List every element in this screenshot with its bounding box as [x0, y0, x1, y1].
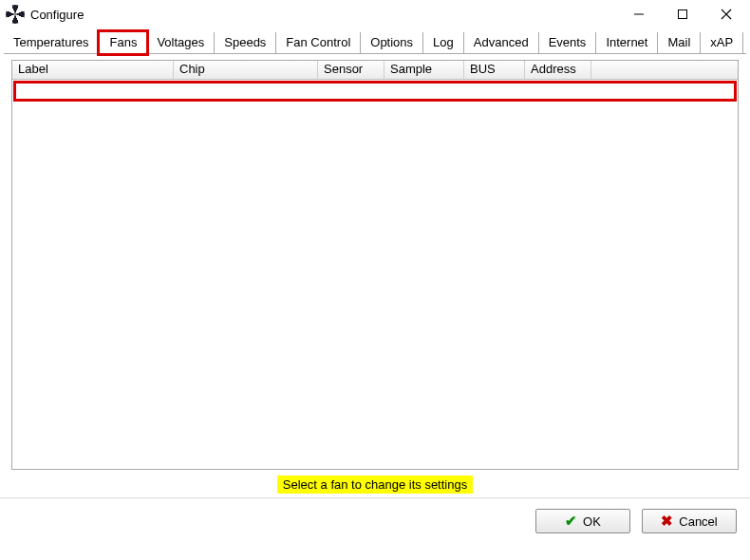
th-text: Address [531, 62, 576, 76]
hint-text: Select a fan to change its settings [277, 476, 473, 494]
close-icon [721, 9, 732, 20]
th-text: Sample [390, 62, 432, 76]
tab-label: Events [549, 35, 587, 49]
window-controls [617, 0, 748, 28]
th-text: Chip [179, 62, 205, 76]
tab-label: Options [370, 35, 413, 49]
check-icon: ✔ [565, 513, 577, 530]
cross-icon: ✖ [661, 513, 673, 530]
footer: ✔ OK ✖ Cancel [0, 499, 750, 543]
tab-panel: Label Chip Sensor Sample BUS Address Sel… [4, 53, 746, 494]
row-highlight [13, 81, 737, 102]
tab-label: Fans [109, 35, 137, 49]
tab-label: Temperatures [13, 35, 88, 49]
tab-fan-control[interactable]: Fan Control [276, 32, 361, 53]
tab-label: xAP [710, 35, 733, 49]
table-body[interactable] [12, 80, 738, 469]
titlebar: Configure [0, 0, 750, 28]
window-title: Configure [30, 8, 617, 22]
tab-label: Speeds [224, 35, 266, 49]
th-address[interactable]: Address [525, 61, 591, 79]
tab-options[interactable]: Options [361, 32, 423, 53]
th-sample[interactable]: Sample [384, 61, 464, 79]
minimize-button[interactable] [617, 0, 661, 28]
maximize-icon [677, 9, 688, 20]
tab-label: Log [433, 35, 454, 49]
ok-button[interactable]: ✔ OK [535, 509, 630, 533]
tab-strip: Temperatures Fans Voltages Speeds Fan Co… [0, 28, 750, 53]
tab-voltages[interactable]: Voltages [147, 32, 215, 53]
tab-label: Voltages [157, 35, 204, 49]
hint-bar: Select a fan to change its settings [4, 476, 746, 494]
ok-label: OK [583, 514, 601, 529]
th-text: Label [18, 62, 48, 76]
th-bus[interactable]: BUS [464, 61, 525, 79]
tab-label: Internet [606, 35, 647, 49]
tab-speeds[interactable]: Speeds [215, 32, 276, 53]
tab-advanced[interactable]: Advanced [464, 32, 539, 53]
th-label[interactable]: Label [12, 61, 174, 79]
cancel-label: Cancel [679, 514, 717, 529]
close-button[interactable] [704, 0, 748, 28]
cancel-button[interactable]: ✖ Cancel [642, 509, 737, 533]
maximize-button[interactable] [661, 0, 704, 28]
tab-events[interactable]: Events [539, 32, 597, 53]
th-text: Sensor [324, 62, 363, 76]
tab-fans[interactable]: Fans [99, 31, 147, 54]
tab-internet[interactable]: Internet [596, 32, 658, 53]
tab-log[interactable]: Log [423, 32, 464, 53]
tab-label: Advanced [474, 35, 529, 49]
tab-xap[interactable]: xAP [701, 32, 743, 53]
tab-temperatures[interactable]: Temperatures [4, 32, 99, 53]
fan-list[interactable]: Label Chip Sensor Sample BUS Address [11, 60, 739, 470]
th-sensor[interactable]: Sensor [318, 61, 384, 79]
tab-mail[interactable]: Mail [658, 32, 701, 53]
tab-label: Fan Control [286, 35, 350, 49]
th-text: BUS [470, 62, 496, 76]
svg-rect-1 [679, 10, 687, 19]
fan-icon [6, 5, 25, 24]
th-chip[interactable]: Chip [174, 61, 318, 79]
minimize-icon [633, 9, 645, 20]
table-header: Label Chip Sensor Sample BUS Address [12, 61, 738, 80]
tab-label: Mail [667, 35, 690, 49]
